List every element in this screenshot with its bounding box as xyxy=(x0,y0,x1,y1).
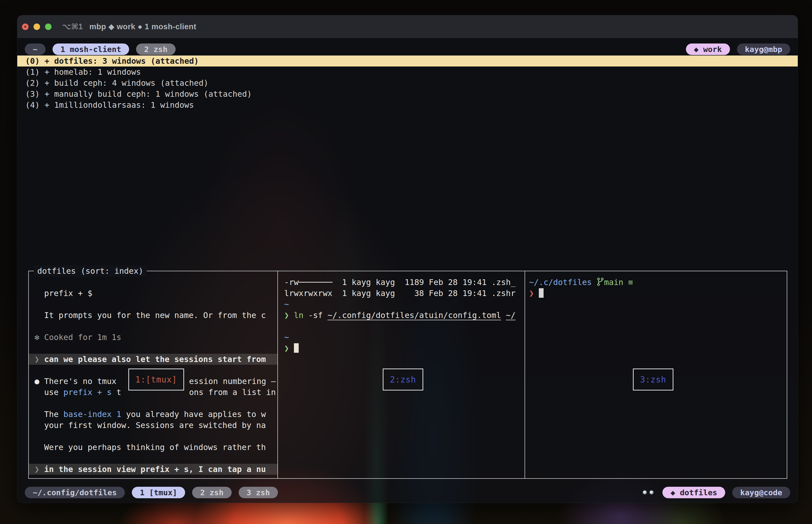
window-shortcut-badge: ⌥⌘1 xyxy=(62,22,83,31)
session-list-item-3[interactable]: (3) + manually build ceph: 1 windows (at… xyxy=(17,88,798,99)
bottom-window-tab-1[interactable]: 1 [tmux] xyxy=(132,487,185,498)
text-segment: The xyxy=(34,409,64,419)
terminal-line: ❯ in the session view prefix + s, I can … xyxy=(29,464,277,475)
top-statusbar-session-host: ◆ workkayg@mbp xyxy=(686,44,790,55)
traffic-lights xyxy=(22,23,51,30)
text-segment: your first window. Sessions are switched… xyxy=(34,421,266,430)
text-segment: ❯ xyxy=(34,464,44,474)
terminal-line: ~ xyxy=(284,332,289,343)
text-segment: you already have applies to w xyxy=(121,409,266,419)
text-segment: ~ xyxy=(284,299,289,309)
close-button[interactable] xyxy=(22,23,29,30)
text-segment: ln xyxy=(294,311,304,320)
text-segment: ession numbering — xyxy=(189,377,276,386)
bottom-window-tab-2[interactable]: 2 zsh xyxy=(192,487,232,498)
top-statusbar-windows: ~1 mosh-client2 zsh xyxy=(25,44,176,55)
pane-number-overlay-2: 2:zsh xyxy=(383,369,423,391)
window-title-text: mbp ◆ work ● 1 mosh-client xyxy=(89,22,196,31)
terminal-line: ❯ xyxy=(284,343,299,354)
bottom-statusbar-session-host: ◆ dotfileskayg@code xyxy=(641,487,790,498)
text-segment: ons from a list in xyxy=(189,388,276,397)
text-segment: use xyxy=(34,388,64,397)
minimize-button[interactable] xyxy=(33,23,40,30)
terminal-line: ❯ ln -sf ~/.config/dotfiles/atuin/config… xyxy=(284,310,515,321)
text-segment: -rw─────── 1 kayg kayg 1189 Feb 28 19:41… xyxy=(284,278,515,287)
terminal-line: ✻ Cooked for 1m 1s xyxy=(34,332,121,343)
text-segment: ~/.config/dotfiles/atuin/config.toml xyxy=(328,311,501,320)
bottom-window-tab-3[interactable]: 3 zsh xyxy=(239,487,278,498)
session-list-item-4[interactable]: (4) + 1milliondollarsaas: 1 windows xyxy=(17,99,798,111)
text-segment: base-index 1 xyxy=(64,409,121,419)
titlebar[interactable]: ⌥⌘1mbp ◆ work ● 1 mosh-client xyxy=(17,15,798,38)
session-list-item-1[interactable]: (1) + homelab: 1 windows xyxy=(17,66,798,78)
bottom-status-pill-1[interactable]: kayg@code xyxy=(732,487,790,498)
terminal-line: ❯ xyxy=(529,288,544,299)
top-status-pill-1[interactable]: kayg@mbp xyxy=(737,44,790,55)
text-cursor xyxy=(294,343,299,353)
text-segment: ~/.c/dotfiles xyxy=(529,278,596,287)
text-segment: ❯ xyxy=(284,344,294,353)
top-window-tab-1[interactable]: 1 mosh-client xyxy=(52,44,129,55)
text-cursor xyxy=(539,288,544,298)
text-segment: ❯ xyxy=(529,289,539,298)
terminal-line: lrwxrwxrwx 1 kayg kayg 38 Feb 28 19:41 .… xyxy=(284,288,515,299)
top-window-tab-2[interactable]: 2 zsh xyxy=(136,44,175,55)
bottom-statusbar-windows: ~/.config/dotfiles1 [tmux]2 zsh3 zsh xyxy=(25,487,278,498)
bottom-status-pill-0[interactable]: ◆ dotfiles xyxy=(663,487,725,498)
text-segment: ~ xyxy=(284,332,289,342)
text-segment: lrwxrwxrwx 1 kayg kayg 38 Feb 28 19:41 .… xyxy=(284,289,515,298)
terminal-line: ~ xyxy=(284,299,289,310)
fullscreen-button[interactable] xyxy=(45,23,51,30)
preview-pane: dotfiles (sort: index) prefix + $ It pro… xyxy=(28,271,787,479)
session-list-item-0[interactable]: (0) + dotfiles: 3 windows (attached) xyxy=(17,55,798,66)
terminal-line: your first window. Sessions are switched… xyxy=(34,420,266,431)
top-window-tab-0[interactable]: ~ xyxy=(25,44,46,55)
top-status-pill-0[interactable]: ◆ work xyxy=(686,44,730,55)
text-segment: ● There's no tmux xyxy=(34,377,121,386)
terminal-line: The base-index 1 you already have applie… xyxy=(34,409,266,420)
text-segment: ❯ xyxy=(284,311,294,320)
text-segment: ~/ xyxy=(506,311,515,320)
bottom-window-tab-0[interactable]: ~/.config/dotfiles xyxy=(25,487,125,498)
text-segment: main ≡ xyxy=(604,278,633,287)
text-segment: can we please also let the sessions star… xyxy=(44,355,266,364)
window-title: ⌥⌘1mbp ◆ work ● 1 mosh-client xyxy=(62,22,196,31)
session-list-item-2[interactable]: (2) + build ceph: 4 windows (attached) xyxy=(17,78,798,88)
text-segment: t xyxy=(112,388,121,397)
terminal-line: ❯ can we please also let the sessions st… xyxy=(29,354,277,365)
terminal-line: -rw─────── 1 kayg kayg 1189 Feb 28 19:41… xyxy=(284,277,515,288)
tmux-bottom-statusbar: ~/.config/dotfiles1 [tmux]2 zsh3 zsh ◆ d… xyxy=(17,487,798,498)
git-branch-icon xyxy=(596,278,604,287)
terminal-window: ⌥⌘1mbp ◆ work ● 1 mosh-client ~1 mosh-cl… xyxy=(17,15,798,503)
session-list: (0) + dotfiles: 3 windows (attached)(1) … xyxy=(17,55,798,111)
text-segment: Were you perhaps thinking of windows rat… xyxy=(34,442,266,452)
terminal-line: prefix + $ xyxy=(34,288,92,299)
text-segment: ❯ xyxy=(34,355,44,364)
text-segment: ✻ Cooked for 1m 1s xyxy=(34,332,121,342)
terminal-line: It prompts you for the new name. Or from… xyxy=(34,310,266,321)
terminal-line: ~/.c/dotfiles main ≡ xyxy=(529,277,633,288)
pane-number-overlay-1: 1:[tmux] xyxy=(128,369,184,391)
text-segment: It prompts you for the new name. Or from… xyxy=(34,311,266,320)
tmux-top-statusbar: ~1 mosh-client2 zsh ◆ workkayg@mbp xyxy=(17,44,798,55)
text-segment: -sf xyxy=(303,311,328,320)
glasses-icon xyxy=(641,489,655,496)
text-segment: prefix + $ xyxy=(34,289,92,298)
pane-number-overlay-3: 3:zsh xyxy=(633,369,673,391)
text-segment: prefix + s xyxy=(64,388,112,397)
desktop: ⌥⌘1mbp ◆ work ● 1 mosh-client ~1 mosh-cl… xyxy=(0,0,812,524)
text-segment: in the session view prefix + s, I can ta… xyxy=(44,464,266,474)
terminal-line: Were you perhaps thinking of windows rat… xyxy=(34,442,266,453)
text-segment xyxy=(501,311,506,320)
